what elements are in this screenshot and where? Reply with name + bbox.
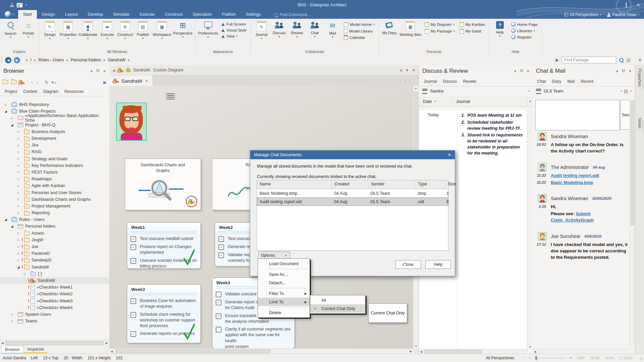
tree-item-dashboards-charts-and-graphs[interactable]: ▷Dashboards Charts and Graphs [0, 196, 109, 203]
maximize-button[interactable] [624, 3, 629, 7]
expand-arrow-icon[interactable]: ▷ [16, 212, 21, 215]
tree-item-checklist-week4[interactable]: !«Checklist» Week4 [0, 304, 109, 311]
ribbon-button-full-screen[interactable]: Full Screen [221, 22, 247, 26]
discuss-pin-icon[interactable] [520, 69, 523, 73]
ribbon-button-execute[interactable]: ▶▶Execute▼ [98, 19, 116, 40]
tab-scroll-left-icon[interactable]: ‹ [405, 79, 406, 83]
breadcrumb-item-sandraw[interactable]: SandraW [108, 58, 125, 62]
checked-checkbox-icon[interactable]: ✓ [216, 300, 221, 305]
ribbon-button-view[interactable]: View▾ [221, 34, 247, 38]
discuss-close-icon[interactable]: ✕ [527, 69, 530, 73]
expand-chevrons-icon[interactable]: » [113, 67, 115, 73]
element-hamburger-icon[interactable] [166, 93, 175, 100]
bottom-tab-inspector[interactable]: Inspector [24, 346, 47, 353]
navbar-menu-icon[interactable]: ≡ [639, 57, 641, 63]
expand-arrow-icon[interactable]: ▷ [16, 164, 21, 167]
tree-item-applicationschema-basic-application-sche[interactable]: ▷«ApplicationSchema» Basic Application S… [0, 115, 109, 121]
menu-item-filter-to[interactable]: Filter To▶ [258, 289, 310, 298]
checked-checkbox-icon[interactable]: ✓ [130, 236, 136, 242]
ribbon-button-visual-style[interactable]: Visual Style [221, 28, 247, 32]
tree-item-reporting[interactable]: ▷Reporting [0, 209, 109, 216]
refresh-icon[interactable]: ↻ [45, 80, 48, 85]
tree-item-sandraw[interactable]: ◢!SandraW [0, 264, 109, 270]
tree-item-teams[interactable]: ▷Teams [0, 318, 109, 324]
chat-vscrollbar[interactable] [630, 100, 635, 349]
find-package-input[interactable] [562, 57, 616, 63]
tree-item-sandeepg[interactable]: ▷!SandeepG [0, 257, 109, 263]
discuss-selector-burger-icon[interactable] [422, 89, 427, 94]
journal-column[interactable]: Journal [453, 98, 527, 106]
document-tab[interactable]: SandraW ✕ [109, 75, 153, 86]
tree-item-roles-users[interactable]: ◢Roles - Users [0, 216, 109, 223]
expand-arrow-icon[interactable]: ▷ [16, 144, 21, 147]
journal-scroll-up-icon[interactable]: ▲ [527, 98, 533, 106]
journal-date-column[interactable]: Date ▾ [419, 98, 453, 106]
tab-close-icon[interactable]: ✕ [145, 79, 148, 83]
move-up-icon[interactable]: ↑ [31, 80, 33, 85]
ribbon-button-preferences[interactable]: Preferences▼ [197, 19, 219, 39]
menu-item-detach[interactable]: Detach... [258, 279, 310, 287]
ribbon-tab-execute[interactable]: Execute [135, 10, 160, 19]
checked-checkbox-icon[interactable]: ✓ [130, 244, 136, 250]
tree-item-development[interactable]: ▷Development [0, 135, 109, 142]
document-row-basic-modeling-bmp[interactable]: Basic Modeling.bmp04 AugOLS Team.bmp169.… [257, 189, 448, 197]
ribbon-button-working-sets[interactable]: ▦Working Sets [398, 19, 422, 40]
tree-item-project-management[interactable]: ▷Project Management [0, 203, 109, 209]
menu-item-limit-to[interactable]: Limit To▶ [258, 298, 310, 306]
help-button[interactable]: Help [425, 260, 451, 269]
expand-arrow-icon[interactable]: ▷ [16, 191, 21, 194]
tree-item-checklist-week2[interactable]: !«Checklist» Week2 [0, 291, 109, 297]
discuss-dropdown-icon[interactable]: ▾ [514, 69, 516, 73]
canvas-hscrollbar[interactable]: ◀ ▶ [109, 348, 413, 354]
collapse-chevrons-icon[interactable]: « [399, 67, 402, 73]
ribbon-button-perspective[interactable]: ⊞Perspective▼ [172, 19, 193, 39]
tree-item-raid[interactable]: ▷RAID [0, 148, 109, 155]
unchecked-checkbox-icon[interactable] [216, 292, 221, 297]
app-logo-icon[interactable] [5, 11, 11, 18]
expand-arrow-icon[interactable]: ▷ [16, 184, 21, 187]
column-header-sender[interactable]: Sender [368, 180, 415, 189]
collapse-arrow-icon[interactable]: ◢ [3, 218, 8, 221]
expand-arrow-icon[interactable]: ▷ [16, 137, 21, 140]
browser-dropdown-icon[interactable]: ▾ [91, 69, 93, 73]
column-header-created[interactable]: Created [332, 180, 368, 189]
menu-item-delete[interactable]: Delete [258, 308, 310, 317]
zoom-in-button[interactable]: + [570, 356, 572, 360]
tree-item-system-users[interactable]: ▷System Users [0, 311, 109, 318]
tree-item-assets[interactable]: ▷Assets [0, 230, 109, 237]
ribbon-button-journal[interactable]: ✎Journal▼ [253, 19, 270, 40]
chat-tab-chat[interactable]: Chat [535, 77, 548, 86]
new-diagram-icon[interactable] [19, 80, 24, 84]
status-perspectives[interactable]: All Perspectives [486, 356, 514, 360]
chat-selector-caret-icon[interactable]: ▾ [621, 90, 622, 93]
expand-arrow-icon[interactable]: ▷ [16, 178, 21, 181]
collapse-arrow-icon[interactable]: ◢ [10, 225, 14, 228]
move-down-icon[interactable]: ↓ [36, 80, 39, 85]
submenu-item-current-chat-only[interactable]: Current Chat Only✓ [310, 304, 365, 313]
tree-item-[interactable]: ▷{ } [0, 270, 109, 277]
ribbon-button-my-gantt[interactable]: My Gantt [460, 29, 485, 34]
tree-item-roadmaps[interactable]: ▷Roadmaps [0, 176, 109, 182]
expand-arrow-icon[interactable]: ▷ [16, 238, 21, 241]
menu-item-save-as[interactable]: Save As... [258, 270, 310, 279]
chat-close-icon[interactable]: ✕ [629, 69, 632, 73]
chat-multiselect-caret-icon[interactable]: ▾ [630, 90, 632, 93]
tree-item-jira[interactable]: ▷Jira [0, 142, 109, 148]
expand-arrow-icon[interactable]: ▷ [3, 103, 8, 106]
unchecked-checkbox-icon[interactable] [216, 327, 221, 333]
chat-tab-mail[interactable]: Mail [565, 77, 577, 86]
expand-arrow-icon[interactable]: ▷ [16, 130, 21, 133]
browser-tab-project[interactable]: Project [2, 87, 20, 96]
ribbon-button-properties[interactable]: ▦Properties▼ [59, 19, 77, 40]
tree-item-strategy-and-goals[interactable]: ▷Strategy and Goals [0, 156, 109, 162]
tree-item-checklist-week1[interactable]: !«Checklist» Week1 [0, 284, 109, 291]
checked-checkbox-icon[interactable]: ✓ [130, 258, 136, 264]
expand-arrow-icon[interactable]: ▷ [16, 171, 21, 174]
find-package-search-icon[interactable] [619, 58, 624, 62]
collapse-arrow-icon[interactable]: ◢ [3, 110, 8, 113]
tab-scroll-right-icon[interactable]: › [409, 79, 411, 83]
tree-item-checklist-week3[interactable]: !«Checklist» Week3 [0, 297, 109, 304]
tree-item-joe[interactable]: ▷!Joe [0, 243, 109, 250]
discuss-tab-discuss[interactable]: Discuss [440, 77, 460, 86]
expand-arrow-icon[interactable]: ▷ [16, 198, 21, 201]
